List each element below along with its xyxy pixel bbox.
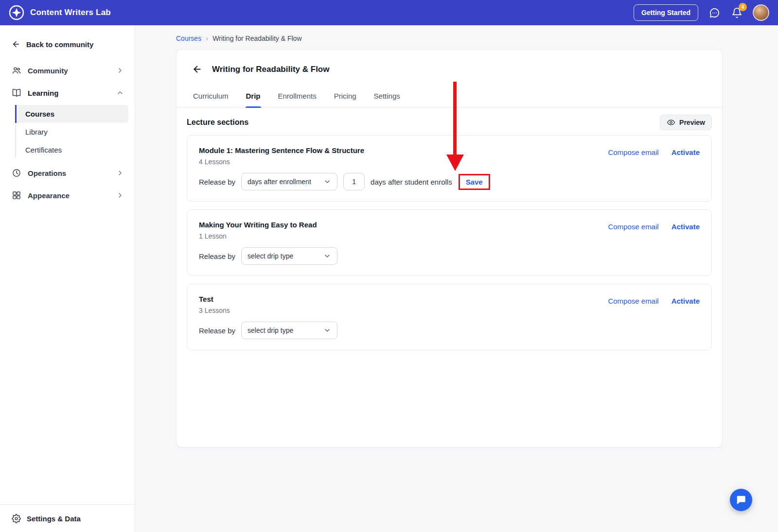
course-tabs: Curriculum Drip Enrollments Pricing Sett… xyxy=(177,92,722,108)
sidebar-item-settings-data[interactable]: Settings & Data xyxy=(0,504,135,532)
card-body: Lecture sections Preview Module 1: Maste… xyxy=(177,115,722,350)
course-header: Writing for Readability & Flow xyxy=(177,50,722,74)
tab-curriculum[interactable]: Curriculum xyxy=(193,92,229,107)
page: Content Writers Lab Getting Started 4 Ba… xyxy=(0,0,778,532)
breadcrumb-separator: › xyxy=(206,34,208,42)
sidebar-item-library[interactable]: Library xyxy=(15,123,128,141)
sidebar-item-library-label: Library xyxy=(25,128,48,136)
section-lesson-count: 4 Lessons xyxy=(199,158,364,166)
release-by-label: Release by xyxy=(199,326,235,335)
breadcrumb-courses-link[interactable]: Courses xyxy=(176,34,201,42)
course-back-arrow-icon[interactable] xyxy=(192,64,202,74)
sidebar-item-community-label: Community xyxy=(28,67,68,75)
annotation-arrow-line xyxy=(453,82,457,155)
compose-email-link[interactable]: Compose email xyxy=(608,223,658,231)
preview-button-label: Preview xyxy=(679,119,705,126)
drip-type-select-value: select drip type xyxy=(248,252,293,260)
chat-bubble-icon xyxy=(736,495,746,505)
sidebar-item-learning-label: Learning xyxy=(28,89,58,97)
operations-clock-icon xyxy=(12,168,21,178)
brand-logo-icon xyxy=(9,5,24,20)
course-card: Writing for Readability & Flow Curriculu… xyxy=(176,49,723,447)
lecture-sections-heading: Lecture sections xyxy=(187,118,248,127)
course-title: Writing for Readability & Flow xyxy=(212,65,329,74)
sidebar-item-certificates[interactable]: Certificates xyxy=(15,141,128,159)
drip-type-select-value: days after enrollment xyxy=(248,178,311,186)
days-after-enrolls-text: days after student enrolls xyxy=(371,178,452,186)
drip-type-select[interactable]: days after enrollment xyxy=(241,173,337,190)
eye-icon xyxy=(667,118,675,127)
topbar: Content Writers Lab Getting Started 4 xyxy=(0,0,778,25)
breadcrumb-current-page: Writing for Readability & Flow xyxy=(212,34,301,42)
chevron-down-icon xyxy=(323,252,331,260)
section-title: Making Your Writing Easy to Read xyxy=(199,221,317,229)
drip-type-select[interactable]: select drip type xyxy=(241,322,337,339)
save-link[interactable]: Save xyxy=(466,178,483,186)
sidebar-item-courses[interactable]: Courses xyxy=(15,105,128,123)
annotation-arrow-head xyxy=(446,154,464,171)
chevron-down-icon xyxy=(323,178,331,186)
notification-badge: 4 xyxy=(739,3,747,11)
chevron-up-icon xyxy=(116,89,124,97)
back-to-community-label: Back to community xyxy=(26,40,93,49)
sidebar-item-operations-label: Operations xyxy=(28,169,66,177)
release-by-label: Release by xyxy=(199,252,235,260)
compose-email-link[interactable]: Compose email xyxy=(608,148,658,156)
lecture-section-easy-to-read: Making Your Writing Easy to Read 1 Lesso… xyxy=(187,209,712,276)
learning-book-icon xyxy=(12,88,21,98)
sidebar-item-settings-data-label: Settings & Data xyxy=(27,515,81,523)
section-title: Module 1: Mastering Sentence Flow & Stru… xyxy=(199,146,364,154)
messages-icon[interactable] xyxy=(708,6,721,19)
back-to-community-link[interactable]: Back to community xyxy=(0,40,135,49)
back-arrow-icon xyxy=(12,40,20,49)
sidebar-item-community[interactable]: Community xyxy=(0,59,135,82)
drip-type-select[interactable]: select drip type xyxy=(241,247,337,265)
sidebar-item-appearance-label: Appearance xyxy=(28,191,70,200)
tab-pricing[interactable]: Pricing xyxy=(334,92,357,107)
activate-link[interactable]: Activate xyxy=(672,223,700,231)
brand[interactable]: Content Writers Lab xyxy=(9,5,111,20)
sidebar: Back to community Community Learning Cou… xyxy=(0,25,135,532)
sidebar-item-operations[interactable]: Operations xyxy=(0,162,135,184)
gear-icon xyxy=(12,514,21,523)
activate-link[interactable]: Activate xyxy=(672,148,700,156)
learning-subnav: Courses Library Certificates xyxy=(15,105,135,159)
notifications-bell-icon[interactable]: 4 xyxy=(730,6,743,19)
chevron-down-icon xyxy=(323,326,331,334)
section-title: Test xyxy=(199,295,230,303)
annotation-save-highlight-box: Save xyxy=(459,174,490,190)
brand-name: Content Writers Lab xyxy=(30,8,111,17)
topbar-actions: Getting Started 4 xyxy=(634,4,769,21)
preview-button[interactable]: Preview xyxy=(660,115,712,130)
breadcrumb: Courses › Writing for Readability & Flow xyxy=(135,25,778,42)
section-lesson-count: 1 Lesson xyxy=(199,232,317,240)
community-people-icon xyxy=(12,66,21,75)
main-content: Courses › Writing for Readability & Flow… xyxy=(135,25,778,532)
section-lesson-count: 3 Lessons xyxy=(199,307,230,314)
activate-link[interactable]: Activate xyxy=(672,297,700,305)
days-count-input[interactable] xyxy=(343,173,365,190)
sidebar-item-courses-label: Courses xyxy=(25,110,54,118)
lecture-section-test: Test 3 Lessons Compose email Activate Re… xyxy=(187,284,712,350)
sidebar-item-certificates-label: Certificates xyxy=(25,146,62,154)
user-avatar[interactable] xyxy=(753,4,769,21)
appearance-layout-icon xyxy=(12,190,21,200)
chevron-right-icon xyxy=(116,169,124,177)
compose-email-link[interactable]: Compose email xyxy=(608,297,658,305)
chevron-right-icon xyxy=(116,191,124,199)
release-by-label: Release by xyxy=(199,178,235,186)
chat-launcher-button[interactable] xyxy=(730,489,752,511)
lecture-sections-header: Lecture sections Preview xyxy=(187,115,712,130)
getting-started-button[interactable]: Getting Started xyxy=(634,4,698,21)
sidebar-item-appearance[interactable]: Appearance xyxy=(0,184,135,206)
sidebar-item-learning[interactable]: Learning xyxy=(0,82,135,104)
drip-type-select-value: select drip type xyxy=(248,326,293,334)
chevron-right-icon xyxy=(116,67,124,74)
tab-drip[interactable]: Drip xyxy=(246,92,261,107)
tab-settings[interactable]: Settings xyxy=(373,92,401,107)
tab-enrollments[interactable]: Enrollments xyxy=(278,92,317,107)
